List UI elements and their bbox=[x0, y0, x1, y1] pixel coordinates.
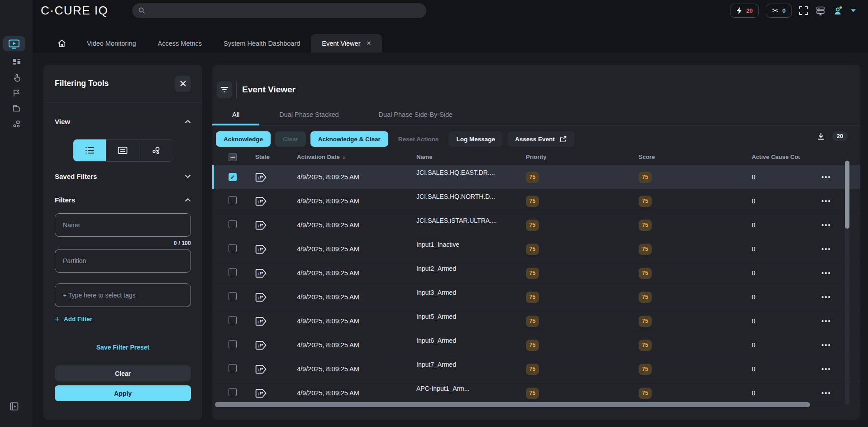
row-checkbox[interactable] bbox=[229, 316, 237, 324]
event-name-cell: Input6_Armed bbox=[416, 333, 526, 344]
row-checkbox[interactable] bbox=[229, 220, 237, 228]
collapse-filters-section[interactable] bbox=[185, 198, 191, 202]
partition-filter-input[interactable] bbox=[63, 257, 183, 264]
table-row[interactable]: ↓!* 4/9/2025, 8:09:25 AM JCI.SALES.HQ.NO… bbox=[212, 189, 860, 213]
view-mode-list-button[interactable] bbox=[73, 139, 106, 161]
row-checkbox[interactable] bbox=[229, 173, 237, 181]
assess-event-button[interactable]: Assess Event bbox=[507, 131, 575, 147]
expand-saved-filters-section[interactable] bbox=[185, 174, 191, 178]
nav-tab-event-viewer[interactable]: Event Viewer ✕ bbox=[311, 34, 382, 53]
home-icon bbox=[57, 38, 67, 48]
row-checkbox[interactable] bbox=[229, 244, 237, 252]
clear-filters-button[interactable]: Clear bbox=[55, 365, 191, 381]
tab-dual-phase-stacked[interactable]: Dual Phase Stacked bbox=[259, 105, 358, 125]
event-actions-toolbar: Acknowledge Clear Acknowledge & Clear Re… bbox=[216, 130, 860, 149]
row-checkbox[interactable] bbox=[229, 292, 237, 300]
row-checkbox[interactable] bbox=[229, 268, 237, 276]
select-all-checkbox[interactable] bbox=[229, 153, 237, 161]
column-header-activation-date[interactable]: Activation Date↓ bbox=[297, 154, 416, 160]
name-filter-input[interactable] bbox=[63, 221, 183, 229]
row-actions-menu[interactable]: ••• bbox=[821, 221, 831, 229]
table-row[interactable]: ↓!* 4/9/2025, 8:09:25 AM Input7_Armed 75… bbox=[212, 357, 860, 381]
filtering-tools-panel: Filtering Tools View bbox=[43, 65, 202, 420]
column-header-active-cause-count[interactable]: Active Cause Count bbox=[752, 154, 800, 160]
sidebar-item-reports[interactable] bbox=[11, 104, 23, 113]
active-events-counter[interactable]: 20 bbox=[730, 4, 759, 18]
nav-tab-video-monitoring[interactable]: Video Monitoring bbox=[76, 34, 147, 53]
search-input[interactable] bbox=[150, 7, 420, 14]
close-tab-icon[interactable]: ✕ bbox=[366, 40, 371, 47]
user-menu-caret[interactable] bbox=[850, 9, 856, 13]
row-actions-menu[interactable]: ••• bbox=[821, 341, 831, 349]
row-checkbox[interactable] bbox=[229, 388, 237, 396]
event-state-icon: ↓!* bbox=[255, 364, 297, 374]
global-search[interactable] bbox=[132, 3, 426, 18]
save-filter-preset-link[interactable]: Save Filter Preset bbox=[55, 344, 191, 351]
sidebar-item-connections[interactable] bbox=[11, 119, 23, 129]
tab-dual-phase-side-by-side[interactable]: Dual Phase Side-By-Side bbox=[359, 105, 473, 125]
table-row[interactable]: ↓!* 4/9/2025, 8:09:25 AM Input1_Inactive… bbox=[212, 237, 860, 261]
priority-badge: 75 bbox=[526, 316, 539, 327]
row-actions-menu[interactable]: ••• bbox=[821, 269, 831, 277]
sidebar-item-flagged[interactable] bbox=[11, 88, 23, 98]
view-mode-card-button[interactable] bbox=[106, 139, 139, 161]
table-row[interactable]: ↓!* 4/9/2025, 8:09:25 AM JCI.SALES.HQ.EA… bbox=[212, 165, 860, 189]
tab-all[interactable]: All bbox=[212, 105, 259, 125]
nav-tab-system-health[interactable]: System Health Dashboard bbox=[213, 34, 311, 53]
column-header-name[interactable]: Name bbox=[416, 154, 526, 160]
row-actions-menu[interactable]: ••• bbox=[821, 197, 831, 205]
add-filter-button[interactable]: + Add Filter bbox=[55, 315, 92, 323]
name-char-counter: 0 / 100 bbox=[55, 240, 191, 246]
sidebar-item-manual-actions[interactable] bbox=[11, 73, 23, 82]
view-mode-map-button[interactable] bbox=[139, 139, 172, 161]
row-actions-menu[interactable]: ••• bbox=[821, 389, 831, 397]
clipped-events-counter[interactable]: ✂ 0 bbox=[766, 4, 792, 18]
expand-panel-button[interactable] bbox=[9, 401, 19, 412]
fullscreen-button[interactable] bbox=[799, 6, 808, 15]
nav-tab-label: Event Viewer bbox=[322, 40, 360, 47]
reset-actions-button[interactable]: Reset Actions bbox=[393, 131, 444, 147]
vertical-scrollbar[interactable] bbox=[845, 161, 849, 405]
row-checkbox[interactable] bbox=[229, 340, 237, 348]
column-header-state[interactable]: State bbox=[253, 154, 297, 160]
clear-button[interactable]: Clear bbox=[275, 131, 306, 147]
row-actions-menu[interactable]: ••• bbox=[821, 365, 831, 373]
column-header-score[interactable]: Score bbox=[639, 154, 752, 160]
lightning-icon bbox=[736, 7, 742, 14]
list-view-icon bbox=[85, 146, 95, 154]
active-cause-count-cell: 0 bbox=[752, 197, 821, 205]
server-icon bbox=[815, 5, 826, 16]
priority-badge: 75 bbox=[526, 268, 539, 279]
nav-tab-access-metrics[interactable]: Access Metrics bbox=[147, 34, 213, 53]
row-actions-menu[interactable]: ••• bbox=[821, 317, 831, 325]
table-row[interactable]: ↓!* 4/9/2025, 8:09:25 AM Input6_Armed 75… bbox=[212, 333, 860, 357]
collapse-view-section[interactable] bbox=[185, 120, 191, 124]
row-checkbox[interactable] bbox=[229, 364, 237, 372]
log-message-button[interactable]: Log Message bbox=[448, 131, 503, 147]
apply-filters-button[interactable]: Apply bbox=[55, 385, 191, 401]
vertical-scrollbar-thumb[interactable] bbox=[845, 161, 849, 229]
table-row[interactable]: ↓!* 4/9/2025, 8:09:25 AM Input3_Armed 75… bbox=[212, 285, 860, 309]
table-row[interactable]: ↓!* 4/9/2025, 8:09:25 AM Input5_Armed 75… bbox=[212, 309, 860, 333]
home-button[interactable] bbox=[48, 34, 76, 53]
toggle-filter-panel-button[interactable] bbox=[217, 81, 232, 98]
server-status-button[interactable] bbox=[815, 5, 826, 16]
filter-funnel-icon bbox=[220, 86, 229, 94]
user-menu-button[interactable] bbox=[833, 5, 844, 16]
horizontal-scrollbar-thumb[interactable] bbox=[215, 402, 810, 407]
sidebar-item-video-monitoring[interactable] bbox=[3, 36, 25, 51]
table-row[interactable]: ↓!* 4/9/2025, 8:09:25 AM JCI.SALES.iSTAR… bbox=[212, 213, 860, 237]
acknowledge-button[interactable]: Acknowledge bbox=[216, 131, 271, 147]
sidebar-item-dashboard[interactable] bbox=[11, 58, 23, 67]
tags-filter-input[interactable] bbox=[63, 292, 183, 299]
column-header-priority[interactable]: Priority bbox=[526, 154, 639, 160]
table-row[interactable]: ↓!* 4/9/2025, 8:09:25 AM Input2_Armed 75… bbox=[212, 261, 860, 285]
acknowledge-and-clear-button[interactable]: Acknowledge & Clear bbox=[310, 131, 388, 147]
row-checkbox[interactable] bbox=[229, 196, 237, 204]
row-actions-menu[interactable]: ••• bbox=[821, 173, 831, 181]
active-cause-count-cell: 0 bbox=[752, 389, 821, 397]
row-actions-menu[interactable]: ••• bbox=[821, 245, 831, 253]
row-actions-menu[interactable]: ••• bbox=[821, 293, 831, 301]
close-filter-panel-button[interactable] bbox=[175, 76, 191, 92]
download-events-button[interactable] bbox=[816, 132, 825, 141]
